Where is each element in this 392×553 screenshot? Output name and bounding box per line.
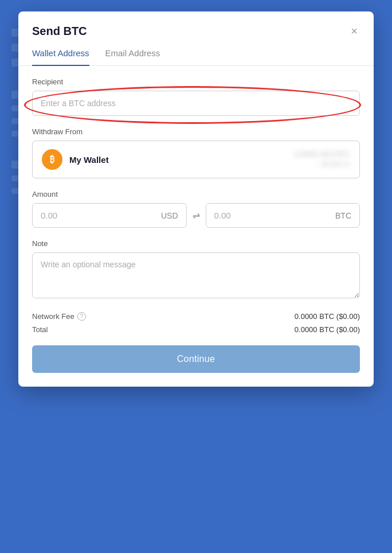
- btc-currency: BTC: [335, 211, 351, 220]
- usd-currency: USD: [161, 211, 178, 220]
- fee-value: 0.0000 BTC ($0.00): [295, 312, 360, 321]
- wallet-info-left: ₿ My Wallet: [42, 149, 109, 170]
- wallet-card[interactable]: ₿ My Wallet 0.00441 88.8 BTC ~ $2,844.21: [32, 141, 360, 178]
- fee-label: Network Fee ?: [32, 312, 86, 321]
- recipient-input-wrapper: [32, 91, 360, 116]
- swap-icon[interactable]: ⇌: [193, 210, 200, 221]
- wallet-name: My Wallet: [69, 155, 109, 165]
- usd-amount-input[interactable]: [41, 211, 161, 220]
- btc-icon: ₿: [42, 149, 62, 170]
- continue-button[interactable]: Continue: [32, 345, 360, 373]
- close-button[interactable]: ×: [348, 23, 360, 39]
- recipient-section: Recipient: [32, 77, 360, 116]
- modal-header: Send BTC ×: [18, 11, 374, 39]
- btc-amount-field: BTC: [206, 203, 360, 228]
- send-btc-modal: Send BTC × Wallet Address Email Address …: [18, 11, 374, 387]
- amount-section: Amount USD ⇌ BTC: [32, 190, 360, 228]
- total-row: Total 0.0000 BTC ($0.00): [32, 325, 360, 334]
- fee-help-icon[interactable]: ?: [77, 312, 86, 321]
- total-value: 0.0000 BTC ($0.00): [295, 325, 360, 334]
- wallet-balance: 0.00441 88.8 BTC ~ $2,844.21: [295, 150, 350, 169]
- tab-wallet-address[interactable]: Wallet Address: [32, 48, 89, 66]
- fee-row: Network Fee ? 0.0000 BTC ($0.00): [32, 312, 360, 321]
- total-label: Total: [32, 325, 48, 334]
- withdraw-section: Withdraw From ₿ My Wallet 0.00441 88.8 B…: [32, 127, 360, 178]
- note-section: Note: [32, 239, 360, 301]
- amount-label: Amount: [32, 190, 360, 198]
- note-label: Note: [32, 239, 360, 248]
- modal-body: Recipient Withdraw From ₿ My Wallet: [18, 66, 374, 387]
- wallet-balance-usd: ~ $2,844.21: [317, 161, 350, 168]
- recipient-label: Recipient: [32, 77, 360, 86]
- tab-email-address[interactable]: Email Address: [105, 48, 160, 66]
- note-textarea[interactable]: [32, 252, 360, 298]
- withdraw-label: Withdraw From: [32, 127, 360, 136]
- btc-amount-input[interactable]: [214, 211, 336, 220]
- recipient-input[interactable]: [32, 91, 360, 116]
- amount-row: USD ⇌ BTC: [32, 203, 360, 228]
- modal-title: Send BTC: [32, 25, 87, 38]
- tab-bar: Wallet Address Email Address: [18, 39, 374, 66]
- usd-amount-field: USD: [32, 203, 187, 228]
- wallet-balance-amount: 0.00441 88.8 BTC: [295, 150, 350, 158]
